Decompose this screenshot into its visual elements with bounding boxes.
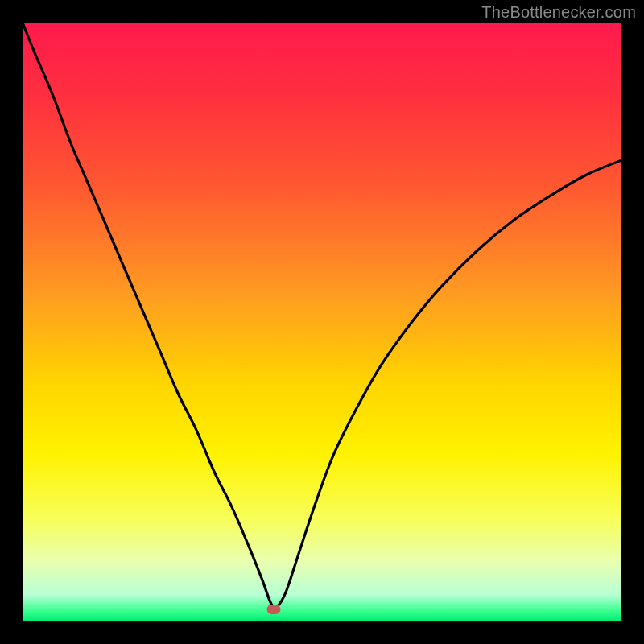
watermark-text: TheBottlenecker.com: [481, 3, 636, 22]
minimum-marker: [267, 605, 281, 614]
bottleneck-curve: [23, 23, 621, 621]
chart-frame: [23, 23, 621, 621]
